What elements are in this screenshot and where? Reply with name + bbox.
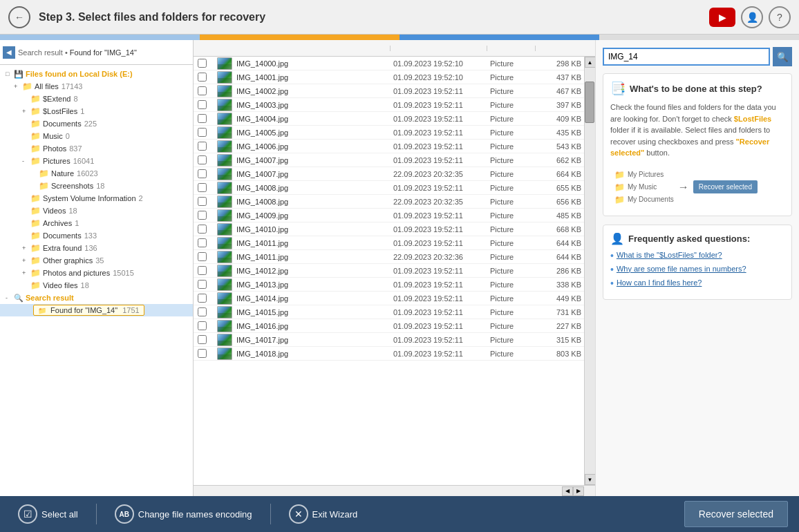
- faq-link-1[interactable]: What is the "$LostFiles" folder?: [617, 251, 722, 259]
- tree-item-documents[interactable]: 📁 Documents 225: [0, 117, 193, 130]
- file-checkbox[interactable]: [198, 211, 207, 220]
- file-checkbox[interactable]: [198, 280, 207, 289]
- scroll-down-arrow[interactable]: ▼: [585, 474, 596, 485]
- tree-item-music[interactable]: 📁 Music 0: [0, 130, 193, 142]
- file-checkbox[interactable]: [198, 335, 207, 344]
- faq-item-1[interactable]: • What is the "$LostFiles" folder?: [610, 251, 784, 260]
- exit-button[interactable]: ✕ Exit Wizard: [282, 500, 365, 528]
- hscroll-right-arrow[interactable]: ▶: [573, 486, 584, 496]
- tree-found-item[interactable]: 📁 Found for "IMG_14" 1751: [0, 304, 193, 316]
- file-checkbox-cell[interactable]: [194, 71, 214, 83]
- tree-item-photospictures[interactable]: + 📁 Photos and pictures 15015: [0, 267, 193, 279]
- file-checkbox-cell[interactable]: [194, 223, 214, 235]
- file-checkbox-cell[interactable]: [194, 168, 214, 180]
- file-checkbox[interactable]: [198, 294, 207, 303]
- file-checkbox-cell[interactable]: [194, 348, 214, 359]
- tree-search-result-header[interactable]: - 🔍 Search result: [0, 292, 193, 304]
- tree-item-nature[interactable]: 📁 Nature 16023: [0, 167, 193, 180]
- file-checkbox-cell[interactable]: [194, 334, 214, 345]
- file-checkbox-cell[interactable]: [194, 265, 214, 276]
- file-checkbox-cell[interactable]: [194, 140, 214, 152]
- file-checkbox[interactable]: [198, 59, 207, 68]
- file-list-body[interactable]: IMG_14000.jpg 01.09.2023 19:52:10 Pictur…: [194, 57, 584, 485]
- select-all-button[interactable]: ☑ Select all: [11, 500, 85, 528]
- tree-item-extend[interactable]: 📁 $Extend 8: [0, 93, 193, 105]
- file-checkbox-cell[interactable]: [194, 320, 214, 332]
- youtube-button[interactable]: ▶: [709, 8, 735, 27]
- file-checkbox-cell[interactable]: [194, 113, 214, 124]
- faq-item-2[interactable]: • Why are some file names in numbers?: [610, 265, 784, 274]
- file-row: IMG_14002.jpg 01.09.2023 19:52:11 Pictur…: [194, 84, 584, 98]
- tree-item-photos[interactable]: 📁 Photos 837: [0, 142, 193, 155]
- tree-item-extrafound[interactable]: + 📁 Extra found 136: [0, 242, 193, 254]
- file-checkbox[interactable]: [198, 266, 207, 275]
- back-button[interactable]: ←: [8, 6, 30, 28]
- screenshots-count: 18: [96, 182, 104, 190]
- scroll-thumb[interactable]: [585, 82, 594, 123]
- file-checkbox[interactable]: [198, 307, 207, 316]
- file-checkbox-cell[interactable]: [194, 237, 214, 249]
- file-date: 01.09.2023 19:52:11: [391, 224, 487, 235]
- tree-item-pictures[interactable]: - 📁 Pictures 16041: [0, 155, 193, 167]
- file-thumbnail: [217, 320, 232, 332]
- file-checkbox-cell[interactable]: [194, 154, 214, 166]
- file-checkbox[interactable]: [198, 114, 207, 123]
- file-type: Picture: [487, 141, 536, 152]
- tree-item-documents2[interactable]: 📁 Documents 133: [0, 229, 193, 242]
- help-button[interactable]: ?: [769, 6, 791, 28]
- file-checkbox-cell[interactable]: [194, 182, 214, 193]
- tree-root[interactable]: □ 💾 Files found on Local Disk (E:): [0, 68, 193, 80]
- tree-item-archives[interactable]: 📁 Archives 1: [0, 217, 193, 229]
- tree-item-othergraphics[interactable]: + 📁 Other graphics 35: [0, 254, 193, 267]
- file-checkbox[interactable]: [198, 238, 207, 247]
- file-checkbox-cell[interactable]: [194, 57, 214, 69]
- file-checkbox[interactable]: [198, 128, 207, 137]
- file-checkbox-cell[interactable]: [194, 209, 214, 221]
- tree-item-lostfiles[interactable]: + 📁 $LostFiles 1: [0, 105, 193, 117]
- file-checkbox-cell[interactable]: [194, 85, 214, 97]
- recover-selected-button[interactable]: Recover selected: [684, 501, 788, 527]
- file-checkbox[interactable]: [198, 169, 207, 178]
- tree-item-screenshots[interactable]: 📁 Screenshots 18: [0, 180, 193, 192]
- file-checkbox[interactable]: [198, 73, 207, 82]
- file-type: Picture: [487, 348, 536, 359]
- file-checkbox[interactable]: [198, 252, 207, 261]
- file-checkbox-cell[interactable]: [194, 292, 214, 304]
- file-checkbox-cell[interactable]: [194, 99, 214, 111]
- scrollbar[interactable]: ▲ ▼: [584, 57, 595, 485]
- file-checkbox[interactable]: [198, 197, 207, 206]
- file-checkbox-cell[interactable]: [194, 306, 214, 318]
- file-checkbox-cell[interactable]: [194, 251, 214, 263]
- search-input[interactable]: [603, 48, 770, 66]
- file-checkbox[interactable]: [198, 86, 207, 95]
- file-checkbox[interactable]: [198, 155, 207, 164]
- step-bold: Step 3.: [39, 11, 75, 23]
- recover-diagram-button[interactable]: Recover selected: [693, 180, 758, 193]
- file-thumb-cell: [214, 113, 235, 125]
- scroll-up-arrow[interactable]: ▲: [585, 57, 596, 68]
- tree-item-allfiles[interactable]: + 📁 All files 17143: [0, 80, 193, 93]
- tree-item-sysvolinfo[interactable]: 📁 System Volume Information 2: [0, 192, 193, 205]
- hscroll-left-arrow[interactable]: ◀: [562, 486, 573, 496]
- nature-label: Nature: [51, 169, 74, 178]
- file-checkbox-cell[interactable]: [194, 278, 214, 290]
- file-checkbox[interactable]: [198, 225, 207, 234]
- file-checkbox[interactable]: [198, 183, 207, 192]
- collapse-button[interactable]: ◀: [3, 46, 15, 59]
- file-checkbox-cell[interactable]: [194, 196, 214, 207]
- faq-link-2[interactable]: Why are some file names in numbers?: [617, 265, 746, 273]
- encoding-button[interactable]: AB Change file names encoding: [108, 500, 259, 528]
- tree-item-videos[interactable]: 📁 Videos 18: [0, 205, 193, 217]
- search-go-button[interactable]: 🔍: [773, 47, 792, 66]
- scroll-track[interactable]: [585, 68, 595, 474]
- file-checkbox[interactable]: [198, 349, 207, 358]
- profile-button[interactable]: 👤: [741, 6, 763, 28]
- file-checkbox[interactable]: [198, 100, 207, 109]
- faq-link-3[interactable]: How can I find files here?: [617, 278, 702, 287]
- tree-item-videofiles[interactable]: 📁 Video files 18: [0, 279, 193, 292]
- faq-item-3[interactable]: • How can I find files here?: [610, 278, 784, 288]
- tree-container[interactable]: □ 💾 Files found on Local Disk (E:) + 📁 A…: [0, 65, 193, 496]
- file-checkbox[interactable]: [198, 321, 207, 330]
- file-checkbox-cell[interactable]: [194, 126, 214, 138]
- file-checkbox[interactable]: [198, 142, 207, 151]
